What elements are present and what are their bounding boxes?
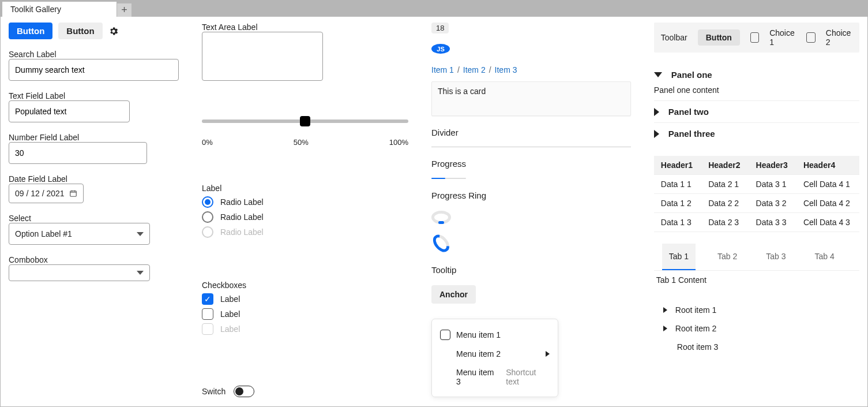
toolbar-checkbox[interactable] [806, 32, 815, 43]
text-input[interactable] [9, 100, 130, 122]
date-value: 09 / 12 / 2021 [15, 189, 65, 198]
progress-ring [431, 211, 451, 224]
column-header[interactable]: Header1 [654, 156, 701, 175]
accordion-panel-title: Panel two [668, 107, 709, 117]
avatar: JS [431, 44, 450, 54]
toolbar: Toolbar Button Choice 1 Choice 2 [654, 23, 859, 53]
checkbox-icon: ✓ [202, 293, 213, 305]
search-input[interactable] [9, 59, 179, 81]
new-tab-button[interactable]: + [117, 3, 132, 17]
date-field-label: Date Field Label [9, 174, 179, 184]
tree-item[interactable]: Root item 3 [654, 338, 859, 356]
neutral-button[interactable]: Button [58, 23, 102, 39]
tree-item-label: Root item 2 [675, 324, 717, 333]
slider-thumb[interactable] [300, 116, 310, 126]
toolbar-checkbox[interactable] [750, 32, 759, 43]
radio-label: Radio Label [220, 227, 264, 237]
toolbar-button[interactable]: Button [698, 29, 740, 46]
checkbox-icon [440, 330, 450, 340]
tree-item[interactable]: Root item 1 [654, 301, 859, 319]
data-grid: Header1 Header2 Header3 Header4 Data 1 1… [654, 156, 859, 232]
tab[interactable]: Tab 3 [759, 244, 792, 270]
table-row[interactable]: Data 1 2Data 2 2Data 3 2Cell Data 4 2 [654, 194, 859, 213]
checkbox-group-label: Checkboxes [202, 281, 408, 290]
combobox-label: Combobox [9, 255, 179, 264]
checkbox-label: Label [220, 309, 240, 319]
table-row[interactable]: Data 1 3Data 2 3Data 3 3Cell Data 4 3 [654, 213, 859, 232]
accordion-panel-header[interactable]: Panel one [654, 64, 859, 85]
tab[interactable]: Tab 2 [711, 244, 744, 270]
calendar-icon [69, 189, 77, 197]
primary-button[interactable]: Button [9, 23, 52, 39]
gear-icon[interactable] [108, 26, 119, 36]
radio-option[interactable]: Radio Label [202, 196, 408, 208]
progress-ring-indeterminate [430, 231, 452, 255]
window-tab-bar: Toolkit Gallery + [1, 1, 867, 17]
slider[interactable] [202, 120, 408, 123]
accordion-panel-body: Panel one content [654, 85, 859, 100]
radio-group-label: Label [202, 184, 408, 193]
breadcrumb-item[interactable]: Item 3 [495, 65, 517, 74]
accordion-panel-title: Panel one [671, 70, 712, 80]
accordion-panel-header[interactable]: Panel three [654, 122, 859, 144]
toolbar-choice-label: Choice 2 [826, 28, 852, 47]
progress-ring-label: Progress Ring [431, 191, 631, 200]
chevron-right-icon [654, 130, 659, 138]
card: This is a card [431, 81, 631, 115]
textarea-input[interactable] [202, 32, 323, 81]
radio-option-disabled: Radio Label [202, 226, 408, 238]
menu-item-label: Menu item 1 [456, 330, 501, 339]
breadcrumb: Item 1 / Item 2 / Item 3 [431, 65, 631, 74]
switch[interactable] [234, 386, 254, 397]
checkbox-icon [202, 323, 213, 335]
radio-option[interactable]: Radio Label [202, 211, 408, 223]
tab[interactable]: Tab 4 [808, 244, 841, 270]
search-label: Search Label [9, 50, 179, 59]
breadcrumb-item[interactable]: Item 1 [431, 65, 454, 74]
text-field-label: Text Field Label [9, 91, 179, 100]
tab[interactable]: Tab 1 [662, 244, 696, 270]
menu: Menu item 1 Menu item 2 Menu item 3 Shor… [431, 319, 558, 397]
menu-item[interactable]: Menu item 3 Shortcut text [440, 363, 550, 391]
combobox-input[interactable] [9, 264, 150, 281]
select-value: Option Label #1 [15, 229, 72, 238]
tree-item-label: Root item 1 [675, 305, 717, 315]
accordion-panel-header[interactable]: Panel two [654, 100, 859, 122]
select-input[interactable]: Option Label #1 [9, 223, 150, 245]
chevron-right-icon [546, 351, 550, 357]
tooltip-anchor-button[interactable]: Anchor [431, 285, 476, 304]
chevron-down-icon [654, 72, 662, 77]
column-header[interactable]: Header2 [701, 156, 749, 175]
tree-item-label: Root item 3 [677, 342, 719, 352]
menu-item[interactable]: Menu item 1 [440, 325, 550, 345]
radio-label: Radio Label [220, 197, 264, 207]
column-header[interactable]: Header4 [796, 156, 859, 175]
checkbox-option[interactable]: ✓ Label [202, 293, 408, 305]
toolbar-label: Toolbar [661, 33, 687, 42]
chevron-right-icon [654, 108, 659, 116]
textarea-label: Text Area Label [202, 23, 408, 32]
checkbox-option[interactable]: Label [202, 308, 408, 320]
divider-label: Divider [431, 128, 631, 137]
column-header[interactable]: Header3 [749, 156, 796, 175]
tree-item[interactable]: Root item 2 [654, 319, 859, 338]
select-label: Select [9, 214, 179, 223]
number-input[interactable] [9, 142, 147, 164]
checkbox-label: Label [220, 294, 240, 304]
checkbox-option-disabled: Label [202, 323, 408, 335]
tree: Root item 1 Root item 2 Root item 3 [654, 301, 859, 356]
window-tab[interactable]: Toolkit Gallery [2, 1, 117, 17]
breadcrumb-item[interactable]: Item 2 [463, 65, 486, 74]
chevron-down-icon [137, 232, 144, 236]
tab-content: Tab 1 Content [654, 271, 859, 289]
slider-tick: 0% [202, 138, 213, 147]
progress-bar [431, 178, 466, 180]
menu-item-label: Menu item 3 [456, 368, 499, 386]
menu-item-submenu[interactable]: Menu item 2 [440, 345, 550, 363]
accordion-panel-title: Panel three [668, 129, 715, 139]
menu-item-shortcut: Shortcut text [506, 368, 550, 386]
accordion: Panel one Panel one content Panel two Pa… [654, 64, 859, 144]
table-row[interactable]: Data 1 1Data 2 1Data 3 1Cell Data 4 1 [654, 175, 859, 194]
date-input[interactable]: 09 / 12 / 2021 [9, 184, 84, 203]
radio-label: Radio Label [220, 212, 264, 222]
